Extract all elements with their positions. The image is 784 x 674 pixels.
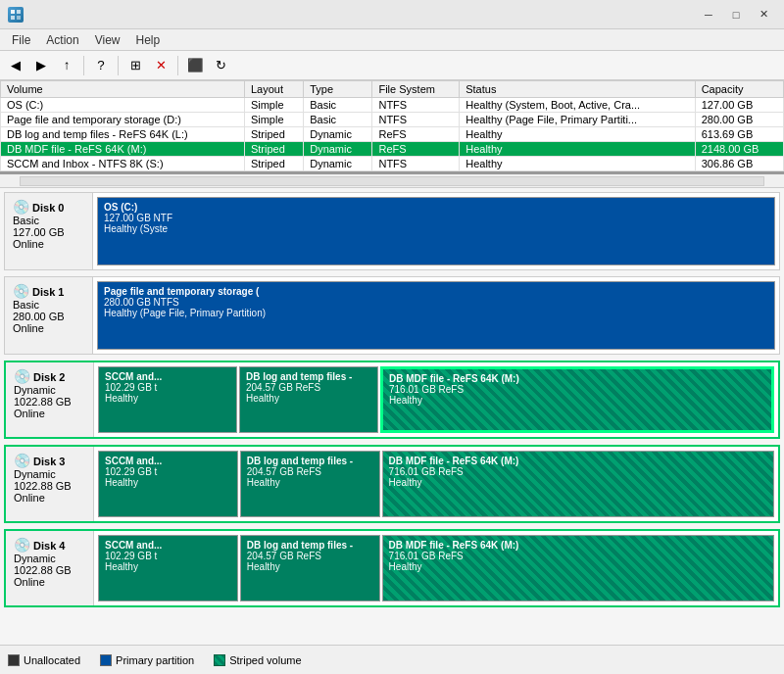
partition-size: 716.01 GB ReFS <box>389 466 767 477</box>
col-status[interactable]: Status <box>460 81 695 98</box>
partition-block[interactable]: SCCM and... 102.29 GB t Healthy <box>98 535 238 602</box>
disk-size: 1022.88 GB <box>14 480 85 492</box>
menu-help[interactable]: Help <box>128 31 169 49</box>
legend-item: Primary partition <box>100 654 194 666</box>
disk-row: 💿 Disk 4 Dynamic 1022.88 GB Online SCCM … <box>4 529 780 607</box>
table-row[interactable]: Page file and temporary storage (D:) Sim… <box>1 113 784 127</box>
legend-label: Striped volume <box>229 654 301 666</box>
table-row[interactable]: SCCM and Inbox - NTFS 8K (S:) Striped Dy… <box>1 157 784 171</box>
col-layout[interactable]: Layout <box>244 81 303 98</box>
minimize-button[interactable]: ─ <box>696 2 721 27</box>
cell-status: Healthy <box>460 142 695 157</box>
partition-block[interactable]: DB log and temp files - 204.57 GB ReFS H… <box>240 451 380 517</box>
partition-size: 127.00 GB NTF <box>104 213 768 223</box>
partition-name: SCCM and... <box>105 456 231 466</box>
cell-fs: ReFS <box>372 127 460 142</box>
partition-name: DB MDF file - ReFS 64K (M:) <box>389 373 765 384</box>
partition-status: Healthy (Page File, Primary Partition) <box>104 308 768 318</box>
partition-block[interactable]: DB MDF file - ReFS 64K (M:) 716.01 GB Re… <box>382 451 774 517</box>
toolbar-sep-2 <box>118 56 119 75</box>
partition-size: 102.29 GB t <box>105 551 231 561</box>
title-bar: ─ □ ✕ <box>0 0 784 29</box>
disk-size: 1022.88 GB <box>14 396 85 408</box>
cell-volume: DB log and temp files - ReFS 64K (L:) <box>1 127 245 142</box>
disk-size: 127.00 GB <box>13 226 84 238</box>
partition-size: 716.01 GB ReFS <box>389 384 765 395</box>
partition-block[interactable]: DB MDF file - ReFS 64K (M:) 716.01 GB Re… <box>382 535 774 602</box>
disk-status: Online <box>14 408 85 419</box>
disk-label: 💿 Disk 3 Dynamic 1022.88 GB Online <box>6 447 94 521</box>
cell-layout: Striped <box>244 142 303 157</box>
partition-block[interactable]: Page file and temporary storage ( 280.00… <box>97 281 775 350</box>
svg-rect-3 <box>17 16 21 20</box>
toolbar-sep-1 <box>83 56 84 75</box>
partition-size: 204.57 GB ReFS <box>247 466 373 477</box>
back-button[interactable]: ◀ <box>4 54 27 77</box>
partition-status: Healthy <box>247 561 373 572</box>
cell-capacity: 613.69 GB <box>695 127 783 142</box>
cell-status: Healthy <box>460 157 695 171</box>
partition-size: 280.00 GB NTFS <box>104 297 768 308</box>
cell-layout: Striped <box>244 127 303 142</box>
cell-capacity: 2148.00 GB <box>695 142 783 157</box>
table-row[interactable]: DB MDF file - ReFS 64K (M:) Striped Dyna… <box>1 142 784 157</box>
partition-status: Healthy (Syste <box>104 223 768 234</box>
table-row[interactable]: OS (C:) Simple Basic NTFS Healthy (Syste… <box>1 98 784 113</box>
disk-type: Basic <box>13 299 84 311</box>
col-filesystem[interactable]: File System <box>372 81 460 98</box>
table-row[interactable]: DB log and temp files - ReFS 64K (L:) St… <box>1 127 784 142</box>
menu-file[interactable]: File <box>4 31 38 49</box>
disk-label: 💿 Disk 4 Dynamic 1022.88 GB Online <box>6 531 94 605</box>
col-volume[interactable]: Volume <box>1 81 245 98</box>
disk-status: Online <box>14 576 85 588</box>
legend-label: Unallocated <box>24 654 80 666</box>
disk-partitions: SCCM and... 102.29 GB t Healthy DB log a… <box>94 362 778 437</box>
cell-type: Dynamic <box>304 142 372 157</box>
disk-partitions: Page file and temporary storage ( 280.00… <box>93 277 779 354</box>
disk-label: 💿 Disk 1 Basic 280.00 GB Online <box>5 277 93 354</box>
col-capacity[interactable]: Capacity <box>695 81 783 98</box>
partition-block[interactable]: SCCM and... 102.29 GB t Healthy <box>98 451 238 517</box>
partition-size: 102.29 GB t <box>105 382 230 393</box>
new-volume-button[interactable]: ⬛ <box>183 54 207 77</box>
partition-name: DB MDF file - ReFS 64K (M:) <box>389 540 767 551</box>
app-icon <box>8 7 24 23</box>
disk-id: 💿 Disk 2 <box>14 368 85 384</box>
cell-volume: DB MDF file - ReFS 64K (M:) <box>1 142 245 157</box>
disk-row: 💿 Disk 2 Dynamic 1022.88 GB Online SCCM … <box>4 361 780 439</box>
legend-item: Striped volume <box>214 654 301 666</box>
partition-block[interactable]: DB log and temp files - 204.57 GB ReFS H… <box>240 535 380 602</box>
cell-layout: Striped <box>244 157 303 171</box>
partition-block[interactable]: SCCM and... 102.29 GB t Healthy <box>98 366 237 433</box>
forward-button[interactable]: ▶ <box>29 54 53 77</box>
partition-name: Page file and temporary storage ( <box>104 286 768 297</box>
menu-action[interactable]: Action <box>38 31 86 49</box>
partition-status: Healthy <box>389 561 767 572</box>
up-button[interactable]: ↑ <box>55 54 78 77</box>
partition-status: Healthy <box>105 393 230 404</box>
cell-capacity: 280.00 GB <box>695 113 783 127</box>
legend-box <box>100 654 112 666</box>
help-button[interactable]: ? <box>89 54 113 77</box>
partition-block[interactable]: OS (C:) 127.00 GB NTF Healthy (Syste <box>97 197 775 265</box>
refresh-button[interactable]: ↻ <box>209 54 232 77</box>
partition-name: DB log and temp files - <box>247 456 373 466</box>
disk-type: Dynamic <box>14 468 85 480</box>
disk-row: 💿 Disk 0 Basic 127.00 GB Online OS (C:) … <box>4 192 780 270</box>
menu-view[interactable]: View <box>87 31 128 49</box>
close-button[interactable]: ✕ <box>751 2 776 27</box>
disk-id: 💿 Disk 3 <box>14 453 85 468</box>
properties-button[interactable]: ⊞ <box>123 54 147 77</box>
maximize-button[interactable]: □ <box>723 2 749 27</box>
partition-size: 716.01 GB ReFS <box>389 551 767 561</box>
delete-button[interactable]: ✕ <box>149 54 172 77</box>
col-type[interactable]: Type <box>304 81 372 98</box>
disk-partitions: SCCM and... 102.29 GB t Healthy DB log a… <box>94 531 778 605</box>
menu-bar: File Action View Help <box>0 29 784 51</box>
partition-block[interactable]: DB MDF file - ReFS 64K (M:) 716.01 GB Re… <box>380 366 774 433</box>
partition-name: DB log and temp files - <box>247 540 373 551</box>
partition-size: 204.57 GB ReFS <box>247 551 373 561</box>
cell-fs: NTFS <box>372 98 460 113</box>
status-bar: Unallocated Primary partition Striped vo… <box>0 645 784 674</box>
partition-block[interactable]: DB log and temp files - 204.57 GB ReFS H… <box>239 366 378 433</box>
